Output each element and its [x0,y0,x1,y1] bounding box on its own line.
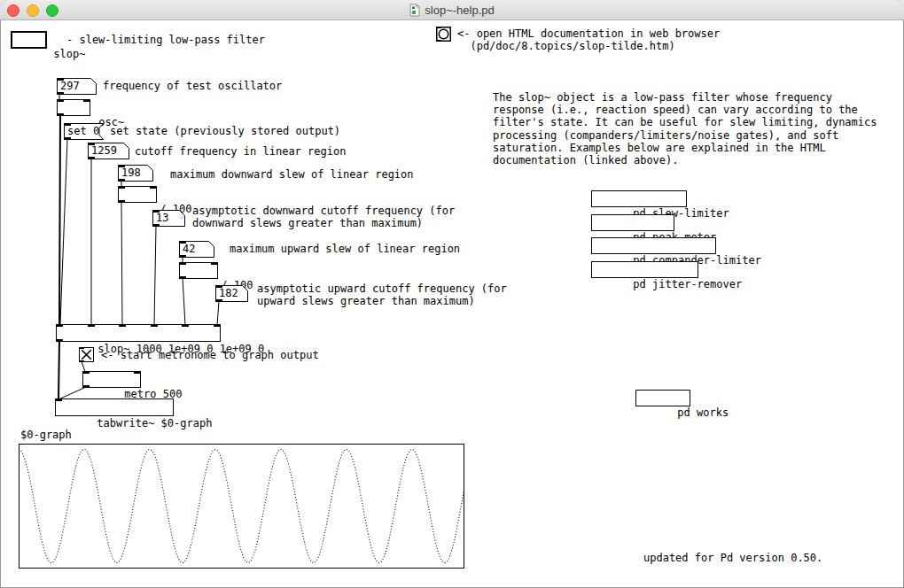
subpatch-slew-limiter[interactable]: pd slew-limiter [591,190,687,207]
object-slop: slop~ 1000 1e+09 0 1e+09 0 [56,324,221,342]
graph-border [19,445,464,569]
comment-intro: The slop~ object is a low-pass filter wh… [493,91,877,166]
subpatch-jitter-remover-label: pd jitter-remover [633,278,742,290]
comment-down-asymptote: asymptotic downward cutoff frequency (fo… [192,205,455,229]
object-metro: metro 500 [82,371,141,388]
bang-open-docs[interactable] [436,27,451,42]
number-box-max-up-slew[interactable]: 42 [179,241,214,258]
subpatch-works-label: pd works [677,406,729,419]
graph-canvas [19,444,464,569]
wire-downasym-to-slop [154,226,156,325]
message-box-set-state[interactable]: set 0 [64,123,104,140]
graph-array-label: $0-graph [20,429,72,441]
object-tabwrite: tabwrite~ $0-graph [55,398,174,416]
subpatch-compander-limiter[interactable]: pd compander-limiter [591,237,716,254]
wire-set-to-slop [60,139,67,324]
number-box-frequency[interactable]: 297 [57,78,97,95]
object-slop-main-label: slop~ [53,48,85,60]
comment-frequency: frequency of test oscillator [103,80,282,92]
message-box-set-state-label: set 0 [67,123,99,140]
object-osc: osc~ [57,99,90,116]
patch-canvas: slop~ - slew-limiting low-pass filter <-… [0,0,904,588]
comment-set-state: set state (previously stored output) [110,125,340,137]
object-divide-up: / 100 [179,262,218,279]
number-box-down-asymptote[interactable]: 13 [152,210,185,227]
comment-open-html: <- open HTML documentation in web browse… [457,27,720,52]
object-tabwrite-label: tabwrite~ $0-graph [97,417,212,429]
subpatch-jitter-remover[interactable]: pd jitter-remover [591,261,698,278]
comment-cutoff: cutoff frequency in linear region [135,145,346,158]
number-box-cutoff-value: 1259 [91,143,117,159]
pd-patch-window: slop~-help.pd slop~ - slew-limiting low-… [0,0,904,588]
object-slop-main: slop~ [11,31,47,49]
number-box-up-asymptote[interactable]: 182 [215,285,248,302]
comment-up-asymptote: asymptotic upward cutoff frequency (for … [257,282,507,307]
subpatch-works[interactable]: pd works [635,390,690,406]
subpatch-peak-meter[interactable]: pd peak-meter [591,214,674,231]
number-box-max-down-slew[interactable]: 198 [118,165,153,182]
toggle-start-metronome[interactable] [79,347,94,362]
comment-updated: updated for Pd version 0.50. [643,552,822,564]
object-divide-down: / 100 [118,186,157,203]
comment-subtitle: - slew-limiting low-pass filter [66,34,265,46]
number-box-cutoff[interactable]: 1259 [88,143,129,159]
comment-max-down-slew: maximum downward slew of linear region [170,168,414,181]
comment-start-metronome: <- start metronome to graph output [101,349,319,361]
comment-max-up-slew: maximum upward slew of linear region [230,243,460,255]
